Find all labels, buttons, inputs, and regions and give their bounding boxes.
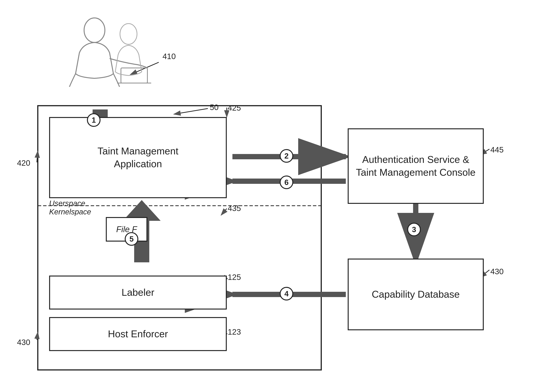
ref-410: 410 <box>163 52 176 61</box>
ref-435: 435 <box>228 204 241 213</box>
host-enforcer-title: Host Enforcer <box>108 328 168 341</box>
ref-425: 425 <box>228 103 241 112</box>
svg-point-25 <box>120 24 137 44</box>
kernelspace-label: Kernelspace <box>49 208 91 216</box>
host-enforcer-box: Host Enforcer <box>49 317 227 351</box>
step-2: 2 <box>280 149 293 163</box>
step-2-container: 2 <box>280 149 293 163</box>
capability-db-box: Capability Database <box>348 259 484 330</box>
capability-db-title: Capability Database <box>372 288 460 301</box>
diagram: 410 50 420 425 445 435 125 123 430 430 T… <box>0 0 548 392</box>
step-1-container: 1 <box>87 113 101 127</box>
auth-service-box: Authentication Service & Taint Managemen… <box>348 128 484 204</box>
step-5-container: 5 <box>125 232 138 246</box>
step-3: 3 <box>407 223 421 236</box>
user-icon <box>64 15 151 87</box>
auth-service-title: Authentication Service & Taint Managemen… <box>356 153 476 179</box>
svg-rect-23 <box>121 68 147 83</box>
ref-445: 445 <box>490 145 504 154</box>
step-6-container: 6 <box>280 175 293 189</box>
userspace-label: Userspace <box>49 199 85 208</box>
ref-430-he: 430 <box>17 338 30 347</box>
step-1: 1 <box>87 113 101 127</box>
step-4: 4 <box>280 287 293 301</box>
labeler-title: Labeler <box>122 286 154 299</box>
taint-app-title: Taint Management Application <box>98 145 178 170</box>
taint-app-box: Taint Management Application <box>49 117 227 198</box>
svg-line-14 <box>37 151 38 162</box>
ref-50: 50 <box>210 103 219 112</box>
step-4-container: 4 <box>280 287 293 301</box>
svg-line-13 <box>174 109 208 114</box>
labeler-box: Labeler <box>49 276 227 309</box>
svg-line-16 <box>221 209 227 215</box>
ref-420: 420 <box>17 159 30 168</box>
ref-123: 123 <box>228 328 241 336</box>
step-3-container: 3 <box>407 223 421 236</box>
ref-125: 125 <box>228 273 241 282</box>
step-6: 6 <box>280 175 293 189</box>
step-5: 5 <box>125 232 138 246</box>
svg-point-22 <box>84 18 105 42</box>
ref-430-db: 430 <box>490 267 504 276</box>
svg-line-20 <box>37 332 38 340</box>
